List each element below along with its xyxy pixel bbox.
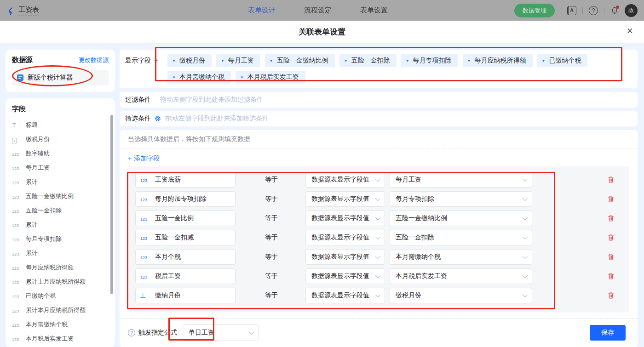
chip-label: 每月应纳税所得额 (475, 57, 526, 65)
source-type-select[interactable]: 数据源表显示字段值 (305, 249, 385, 265)
field-item[interactable]: 五险一金扣除 (12, 203, 115, 217)
rule-target-field[interactable]: 五险一金比例 (135, 210, 236, 226)
field-item[interactable]: 本月税后实发工资 (12, 331, 115, 346)
field-label: 已缴纳个税 (26, 292, 56, 300)
display-field-chip[interactable]: ▼ 本月需缴纳个税 (167, 71, 231, 84)
back-icon[interactable] (6, 6, 15, 15)
field-label: 标题 (26, 121, 38, 129)
source-type-select[interactable]: 数据源表显示字段值 (305, 210, 385, 226)
source-field-select[interactable]: 缴税月份 (390, 288, 532, 303)
display-field-chip[interactable]: ▼ 五险一金扣除 (339, 54, 397, 67)
trash-icon[interactable] (607, 292, 615, 299)
field-item[interactable]: 累计本月应纳税所得额 (12, 303, 115, 317)
filter-dropzone[interactable]: 拖动左侧字段到此处来添加过滤条件 (160, 96, 263, 104)
divider (120, 148, 638, 148)
chevron-down-icon (523, 234, 528, 239)
rule-operator: 等于 (265, 233, 293, 242)
data-manage-button[interactable]: 数据管理 (514, 4, 555, 17)
field-item[interactable]: 累计 (12, 246, 115, 260)
add-rule-field-button[interactable]: + 添加字段 (128, 154, 160, 163)
field-item[interactable]: 累计 (12, 217, 115, 232)
trash-icon[interactable] (607, 215, 615, 222)
gear-icon[interactable] (155, 115, 161, 122)
chevron-down-icon (375, 176, 380, 182)
field-type-icon (140, 291, 151, 300)
field-item[interactable]: 数字辅助 (12, 146, 115, 160)
formula-select[interactable]: 单日工资 (183, 324, 259, 341)
caret-down-icon: ▼ (406, 59, 409, 63)
display-field-chip[interactable]: ▼ 已缴纳个税 (537, 54, 588, 67)
form-title[interactable]: 工资表 (18, 6, 39, 16)
help-icon[interactable]: ? (589, 6, 598, 15)
rule-row: 五险一金比例 等于 数据源表显示字段值 五险一金缴纳比例 (135, 210, 622, 226)
rule-target-field[interactable]: 每月附加专项扣除 (135, 191, 236, 207)
source-type-select[interactable]: 数据源表显示字段值 (305, 172, 385, 188)
source-field-select[interactable]: 五险一金缴纳比例 (390, 210, 532, 226)
topbar-tab[interactable]: 流程设定 (304, 6, 332, 15)
field-label: 本月需缴纳个税 (26, 320, 68, 329)
field-item[interactable]: 每月工资 (12, 160, 115, 175)
field-item[interactable]: 缴税月份 (12, 132, 115, 146)
display-field-chip[interactable]: ▼ 每月专项扣除 (401, 54, 458, 67)
change-datasource-link[interactable]: 更改数据源 (79, 56, 109, 64)
fields-list: 标题 缴税月份 数字辅助 (12, 118, 115, 346)
display-field-chip[interactable]: ▼ 每月工资 (216, 54, 260, 67)
close-icon[interactable]: × (627, 26, 633, 36)
field-item[interactable]: 已缴纳个税 (12, 289, 115, 303)
save-button[interactable]: 保存 (590, 325, 626, 341)
topbar-tab[interactable]: 表单设计 (248, 6, 276, 15)
source-field-value: 本月需缴纳个税 (396, 253, 441, 261)
source-type-value: 数据源表显示字段值 (311, 291, 369, 300)
source-type-value: 数据源表显示字段值 (311, 233, 369, 242)
source-field-select[interactable]: 五险一金扣除 (390, 230, 532, 245)
trash-icon[interactable] (607, 176, 615, 183)
divider (561, 7, 561, 14)
scrollbar-thumb[interactable] (110, 115, 113, 294)
field-item[interactable]: 累计 (12, 175, 115, 189)
rule-target-field[interactable]: 工资底薪 (135, 172, 236, 188)
add-display-field-button[interactable]: + (154, 57, 158, 65)
source-field-select[interactable]: 本月需缴纳个税 (390, 249, 532, 265)
chip-label: 本月税后实发工资 (247, 73, 299, 81)
rule-target-field[interactable]: 缴纳月份 (135, 288, 236, 303)
address-book-icon[interactable]: A (567, 6, 576, 15)
datasource-item[interactable]: 新版个税计算器 (12, 70, 109, 85)
rule-target-field[interactable]: 五险一金扣减 (135, 230, 236, 245)
trash-icon[interactable] (607, 253, 615, 261)
notification-bell-icon[interactable] (610, 6, 619, 15)
rule-target-field[interactable]: 本月个税 (135, 249, 236, 265)
field-item[interactable]: 累计上月应纳税所得额 (12, 274, 115, 289)
display-field-chip[interactable]: ▼ 本月税后实发工资 (236, 71, 305, 84)
trash-icon[interactable] (607, 195, 615, 203)
rule-operator: 等于 (265, 176, 293, 184)
source-field-select[interactable]: 本月税后实发工资 (390, 268, 532, 284)
display-field-chip[interactable]: ▼ 缴税月份 (167, 54, 212, 67)
display-fields-label: 显示字段 (125, 57, 151, 65)
display-field-chip[interactable]: ▼ 五险一金缴纳比例 (265, 54, 335, 67)
field-item[interactable]: 本月需缴纳个税 (12, 317, 115, 331)
screen: 工资表 表单设计 流程设定 表单设置 数据管理 A ? 政 (0, 0, 644, 347)
trash-icon[interactable] (607, 234, 615, 241)
field-item[interactable]: 每月应纳税所得额 (12, 260, 115, 274)
field-item[interactable]: 标题 (12, 118, 115, 132)
help-circle-icon: ? (128, 329, 135, 336)
chip-label: 本月需缴纳个税 (179, 73, 224, 81)
chevron-down-icon (523, 273, 528, 278)
source-field-select[interactable]: 每月工资 (390, 172, 532, 188)
field-item[interactable]: 每月专项扣除 (12, 232, 115, 246)
rule-row: 五险一金扣减 等于 数据源表显示字段值 五险一金扣除 (135, 230, 622, 245)
screen-condition-dropzone[interactable]: 拖动左侧字段到此处来添加筛选条件 (166, 114, 269, 123)
source-type-select[interactable]: 数据源表显示字段值 (305, 288, 385, 303)
source-field-select[interactable]: 每月专项扣除 (390, 191, 532, 207)
field-item[interactable]: 五险一金缴纳比例 (12, 189, 115, 203)
field-label: 每月应纳税所得额 (26, 263, 74, 272)
source-type-select[interactable]: 数据源表显示字段值 (305, 191, 385, 207)
display-field-chip[interactable]: ▼ 每月应纳税所得额 (463, 54, 533, 67)
source-type-select[interactable]: 数据源表显示字段值 (305, 230, 385, 245)
field-type-icon (12, 235, 22, 243)
avatar[interactable]: 政 (625, 4, 638, 17)
rule-target-field[interactable]: 税后工资 (135, 268, 236, 284)
trash-icon[interactable] (607, 273, 615, 280)
topbar-tab[interactable]: 表单设置 (360, 6, 388, 15)
source-type-select[interactable]: 数据源表显示字段值 (305, 268, 385, 284)
